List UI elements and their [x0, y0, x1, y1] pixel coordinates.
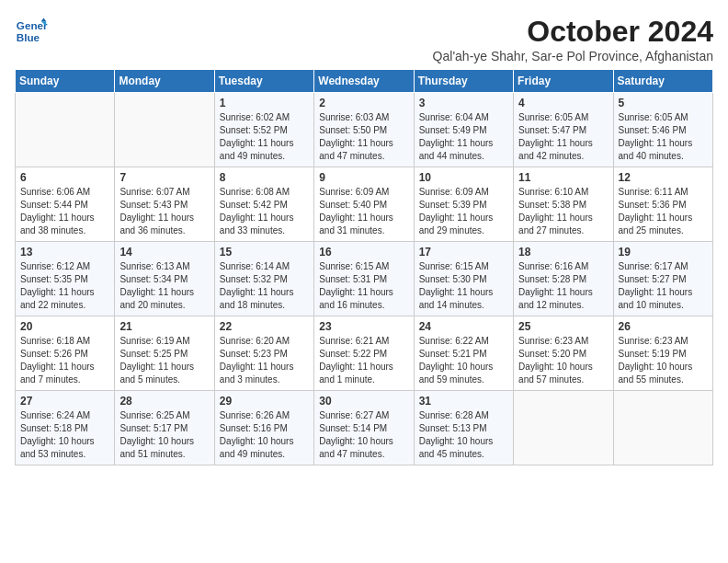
day-number: 28: [119, 395, 209, 408]
logo-icon: General Blue: [15, 15, 48, 48]
day-number: 15: [220, 246, 309, 259]
day-number: 25: [518, 320, 608, 333]
calendar-week-row: 1Sunrise: 6:02 AM Sunset: 5:52 PM Daylig…: [16, 93, 713, 167]
day-number: 14: [119, 246, 209, 259]
location-subtitle: Qal'ah-ye Shahr, Sar-e Pol Province, Afg…: [433, 49, 713, 63]
day-detail: Sunrise: 6:17 AM Sunset: 5:27 PM Dayligh…: [619, 260, 708, 312]
calendar-cell: 9Sunrise: 6:09 AM Sunset: 5:40 PM Daylig…: [314, 167, 414, 242]
calendar-cell: 31Sunrise: 6:28 AM Sunset: 5:13 PM Dayli…: [414, 391, 513, 465]
svg-text:Blue: Blue: [17, 31, 40, 43]
calendar-cell: 12Sunrise: 6:11 AM Sunset: 5:36 PM Dayli…: [613, 167, 712, 242]
calendar-cell: 8Sunrise: 6:08 AM Sunset: 5:42 PM Daylig…: [214, 167, 313, 242]
day-number: 30: [319, 395, 408, 408]
calendar-cell: 5Sunrise: 6:05 AM Sunset: 5:46 PM Daylig…: [613, 93, 712, 167]
calendar-week-row: 27Sunrise: 6:24 AM Sunset: 5:18 PM Dayli…: [16, 391, 713, 465]
day-detail: Sunrise: 6:07 AM Sunset: 5:43 PM Dayligh…: [119, 186, 209, 237]
calendar-cell: [613, 391, 712, 465]
calendar-cell: 27Sunrise: 6:24 AM Sunset: 5:18 PM Dayli…: [16, 391, 115, 465]
day-number: 7: [119, 171, 209, 184]
day-detail: Sunrise: 6:16 AM Sunset: 5:28 PM Dayligh…: [518, 260, 608, 312]
day-detail: Sunrise: 6:21 AM Sunset: 5:22 PM Dayligh…: [319, 335, 408, 386]
day-number: 13: [20, 246, 109, 259]
day-detail: Sunrise: 6:20 AM Sunset: 5:23 PM Dayligh…: [220, 335, 309, 386]
calendar-cell: 24Sunrise: 6:22 AM Sunset: 5:21 PM Dayli…: [414, 316, 513, 391]
calendar-cell: 3Sunrise: 6:04 AM Sunset: 5:49 PM Daylig…: [414, 93, 513, 167]
day-detail: Sunrise: 6:27 AM Sunset: 5:14 PM Dayligh…: [319, 409, 408, 461]
day-detail: Sunrise: 6:06 AM Sunset: 5:44 PM Dayligh…: [20, 186, 109, 237]
day-number: 24: [419, 320, 508, 333]
day-number: 4: [518, 97, 608, 109]
day-number: 3: [419, 97, 508, 109]
weekday-header: Monday: [115, 70, 214, 93]
day-detail: Sunrise: 6:10 AM Sunset: 5:38 PM Dayligh…: [518, 186, 608, 237]
calendar-cell: [115, 93, 214, 167]
day-number: 31: [419, 395, 508, 408]
day-number: 1: [220, 97, 309, 109]
calendar-cell: 30Sunrise: 6:27 AM Sunset: 5:14 PM Dayli…: [314, 391, 414, 465]
day-detail: Sunrise: 6:23 AM Sunset: 5:20 PM Dayligh…: [518, 335, 608, 386]
day-detail: Sunrise: 6:22 AM Sunset: 5:21 PM Dayligh…: [419, 335, 508, 386]
day-detail: Sunrise: 6:28 AM Sunset: 5:13 PM Dayligh…: [419, 409, 508, 461]
weekday-header: Wednesday: [314, 70, 414, 93]
day-number: 29: [220, 395, 309, 408]
calendar-table: SundayMondayTuesdayWednesdayThursdayFrid…: [15, 69, 713, 465]
day-detail: Sunrise: 6:08 AM Sunset: 5:42 PM Dayligh…: [220, 186, 309, 237]
day-detail: Sunrise: 6:26 AM Sunset: 5:16 PM Dayligh…: [220, 409, 309, 461]
day-number: 10: [419, 171, 508, 184]
page-header: General Blue October 2024 Qal'ah-ye Shah…: [15, 15, 713, 63]
day-detail: Sunrise: 6:15 AM Sunset: 5:31 PM Dayligh…: [319, 260, 408, 312]
day-detail: Sunrise: 6:18 AM Sunset: 5:26 PM Dayligh…: [20, 335, 109, 386]
weekday-header-row: SundayMondayTuesdayWednesdayThursdayFrid…: [16, 70, 713, 93]
day-detail: Sunrise: 6:13 AM Sunset: 5:34 PM Dayligh…: [119, 260, 209, 312]
month-title: October 2024: [433, 15, 713, 49]
day-number: 12: [619, 171, 708, 184]
day-detail: Sunrise: 6:24 AM Sunset: 5:18 PM Dayligh…: [20, 409, 109, 461]
calendar-cell: 13Sunrise: 6:12 AM Sunset: 5:35 PM Dayli…: [16, 242, 115, 316]
calendar-cell: 19Sunrise: 6:17 AM Sunset: 5:27 PM Dayli…: [613, 242, 712, 316]
calendar-cell: 25Sunrise: 6:23 AM Sunset: 5:20 PM Dayli…: [514, 316, 613, 391]
calendar-cell: 28Sunrise: 6:25 AM Sunset: 5:17 PM Dayli…: [115, 391, 214, 465]
day-detail: Sunrise: 6:03 AM Sunset: 5:50 PM Dayligh…: [319, 111, 408, 163]
calendar-week-row: 13Sunrise: 6:12 AM Sunset: 5:35 PM Dayli…: [16, 242, 713, 316]
weekday-header: Friday: [514, 70, 613, 93]
calendar-cell: 26Sunrise: 6:23 AM Sunset: 5:19 PM Dayli…: [613, 316, 712, 391]
calendar-cell: 6Sunrise: 6:06 AM Sunset: 5:44 PM Daylig…: [16, 167, 115, 242]
calendar-cell: 7Sunrise: 6:07 AM Sunset: 5:43 PM Daylig…: [115, 167, 214, 242]
day-number: 23: [319, 320, 408, 333]
day-detail: Sunrise: 6:11 AM Sunset: 5:36 PM Dayligh…: [619, 186, 708, 237]
calendar-cell: 4Sunrise: 6:05 AM Sunset: 5:47 PM Daylig…: [514, 93, 613, 167]
day-number: 22: [220, 320, 309, 333]
calendar-cell: [514, 391, 613, 465]
day-number: 6: [20, 171, 109, 184]
day-detail: Sunrise: 6:14 AM Sunset: 5:32 PM Dayligh…: [220, 260, 309, 312]
day-detail: Sunrise: 6:15 AM Sunset: 5:30 PM Dayligh…: [419, 260, 508, 312]
day-detail: Sunrise: 6:12 AM Sunset: 5:35 PM Dayligh…: [20, 260, 109, 312]
calendar-cell: 14Sunrise: 6:13 AM Sunset: 5:34 PM Dayli…: [115, 242, 214, 316]
day-number: 16: [319, 246, 408, 259]
weekday-header: Thursday: [414, 70, 513, 93]
calendar-cell: 17Sunrise: 6:15 AM Sunset: 5:30 PM Dayli…: [414, 242, 513, 316]
day-detail: Sunrise: 6:05 AM Sunset: 5:46 PM Dayligh…: [619, 111, 708, 163]
day-number: 9: [319, 171, 408, 184]
day-number: 8: [220, 171, 309, 184]
calendar-cell: 23Sunrise: 6:21 AM Sunset: 5:22 PM Dayli…: [314, 316, 414, 391]
calendar-cell: 29Sunrise: 6:26 AM Sunset: 5:16 PM Dayli…: [214, 391, 313, 465]
day-detail: Sunrise: 6:04 AM Sunset: 5:49 PM Dayligh…: [419, 111, 508, 163]
calendar-cell: 16Sunrise: 6:15 AM Sunset: 5:31 PM Dayli…: [314, 242, 414, 316]
day-number: 19: [619, 246, 708, 259]
day-number: 11: [518, 171, 608, 184]
day-number: 17: [419, 246, 508, 259]
title-block: October 2024 Qal'ah-ye Shahr, Sar-e Pol …: [433, 15, 713, 63]
calendar-week-row: 20Sunrise: 6:18 AM Sunset: 5:26 PM Dayli…: [16, 316, 713, 391]
calendar-cell: 18Sunrise: 6:16 AM Sunset: 5:28 PM Dayli…: [514, 242, 613, 316]
calendar-cell: 2Sunrise: 6:03 AM Sunset: 5:50 PM Daylig…: [314, 93, 414, 167]
day-number: 5: [619, 97, 708, 109]
calendar-cell: 20Sunrise: 6:18 AM Sunset: 5:26 PM Dayli…: [16, 316, 115, 391]
weekday-header: Tuesday: [214, 70, 313, 93]
day-detail: Sunrise: 6:02 AM Sunset: 5:52 PM Dayligh…: [220, 111, 309, 163]
day-detail: Sunrise: 6:19 AM Sunset: 5:25 PM Dayligh…: [119, 335, 209, 386]
day-detail: Sunrise: 6:09 AM Sunset: 5:40 PM Dayligh…: [319, 186, 408, 237]
day-number: 20: [20, 320, 109, 333]
calendar-cell: 1Sunrise: 6:02 AM Sunset: 5:52 PM Daylig…: [214, 93, 313, 167]
day-number: 26: [619, 320, 708, 333]
